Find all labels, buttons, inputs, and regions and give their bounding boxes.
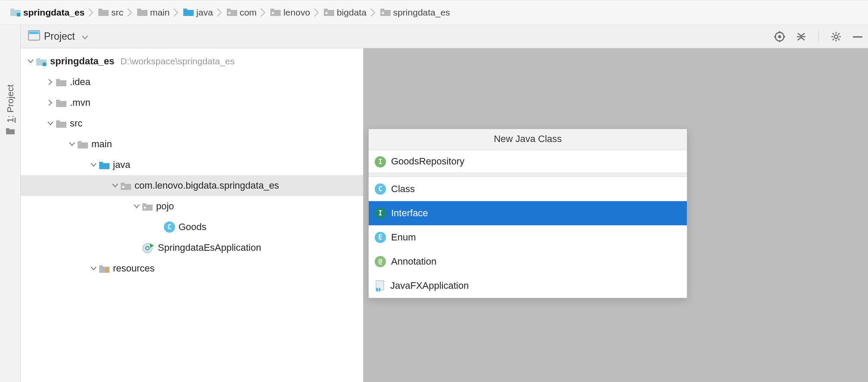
folder-icon bbox=[56, 98, 66, 107]
chevron-down-icon[interactable] bbox=[25, 59, 36, 63]
chevron-down-icon[interactable] bbox=[45, 121, 56, 126]
tree-hint: D:\workspace\springdata_es bbox=[120, 56, 235, 66]
source-folder-icon bbox=[99, 161, 110, 169]
popup-item-label: Annotation bbox=[391, 256, 436, 267]
view-selector[interactable]: Project bbox=[28, 31, 88, 43]
chevron-right-icon bbox=[173, 8, 179, 17]
locate-icon[interactable] bbox=[774, 31, 786, 43]
package-icon bbox=[270, 7, 281, 18]
package-icon bbox=[227, 7, 237, 18]
breadcrumb: springdata_es src main java com lenovo b… bbox=[0, 0, 868, 25]
svg-rect-2 bbox=[17, 13, 20, 16]
popup-item-class[interactable]: C Class bbox=[369, 177, 687, 201]
package-icon bbox=[324, 7, 334, 18]
breadcrumb-item-lenovo[interactable]: lenovo bbox=[270, 0, 310, 25]
svg-point-60 bbox=[144, 207, 146, 209]
svg-rect-8 bbox=[183, 10, 194, 16]
chevron-down-icon[interactable] bbox=[66, 142, 78, 146]
chevron-down-icon[interactable] bbox=[110, 183, 121, 188]
breadcrumb-item-java[interactable]: java bbox=[183, 0, 213, 25]
package-icon bbox=[380, 7, 391, 18]
chevron-down-icon[interactable] bbox=[131, 204, 142, 208]
breadcrumb-item-root[interactable]: springdata_es bbox=[10, 0, 85, 25]
svg-point-20 bbox=[382, 12, 384, 14]
collapse-all-icon[interactable] bbox=[795, 31, 807, 43]
tree-label: com.lenovo.bigdata.springdata_es bbox=[135, 180, 279, 191]
gear-icon[interactable] bbox=[830, 31, 842, 43]
interface-icon: I bbox=[375, 156, 386, 167]
class-name-input[interactable] bbox=[391, 156, 681, 167]
breadcrumb-item-package[interactable]: springdata_es bbox=[380, 0, 450, 25]
svg-rect-52 bbox=[78, 142, 88, 148]
divider bbox=[369, 173, 687, 177]
breadcrumb-item-main[interactable]: main bbox=[137, 0, 169, 25]
chevron-down-icon bbox=[82, 31, 88, 42]
chevron-right-icon bbox=[370, 8, 376, 17]
class-icon: C bbox=[375, 183, 386, 195]
svg-rect-50 bbox=[56, 122, 66, 128]
folder-icon bbox=[56, 119, 66, 128]
breadcrumb-label: com bbox=[240, 7, 257, 18]
chevron-right-icon bbox=[127, 8, 133, 17]
annotation-icon: @ bbox=[375, 256, 386, 267]
breadcrumb-item-com[interactable]: com bbox=[227, 0, 257, 25]
folder-icon bbox=[6, 126, 15, 136]
tree-label: main bbox=[91, 139, 112, 150]
chevron-right-icon bbox=[313, 8, 320, 17]
hide-icon[interactable] bbox=[852, 31, 864, 43]
breadcrumb-label: bigdata bbox=[337, 7, 367, 18]
divider bbox=[818, 31, 819, 43]
svg-point-32 bbox=[834, 35, 838, 38]
chevron-down-icon[interactable] bbox=[88, 163, 99, 167]
svg-rect-44 bbox=[43, 63, 46, 66]
svg-rect-6 bbox=[137, 10, 147, 16]
view-label: Project bbox=[44, 31, 75, 42]
enum-icon: E bbox=[375, 232, 386, 243]
svg-line-40 bbox=[838, 33, 840, 35]
popup-item-javafx[interactable]: J JavaFXApplication bbox=[369, 274, 687, 298]
breadcrumb-item-src[interactable]: src bbox=[98, 0, 123, 25]
popup-item-annotation[interactable]: @ Annotation bbox=[369, 249, 687, 274]
popup-item-label: Enum bbox=[391, 232, 416, 243]
chevron-right-icon bbox=[260, 8, 266, 17]
breadcrumb-item-bigdata[interactable]: bigdata bbox=[324, 0, 367, 25]
popup-title: New Java Class bbox=[369, 129, 687, 150]
tree-label: Goods bbox=[179, 221, 207, 233]
popup-item-label: JavaFXApplication bbox=[390, 280, 469, 291]
breadcrumb-label: main bbox=[150, 7, 170, 18]
svg-point-14 bbox=[272, 12, 274, 14]
svg-rect-22 bbox=[6, 129, 15, 135]
main-area: 1: Project Project bbox=[0, 25, 868, 382]
tool-window-header: Project bbox=[21, 25, 868, 48]
interface-icon: I bbox=[375, 208, 386, 219]
svg-rect-54 bbox=[99, 163, 110, 169]
chevron-right-icon[interactable] bbox=[45, 100, 56, 106]
chevron-right-icon bbox=[216, 8, 222, 17]
popup-item-label: Interface bbox=[391, 208, 428, 219]
tree-label: java bbox=[113, 159, 130, 170]
project-tool-tab[interactable]: 1: Project bbox=[5, 85, 16, 136]
folder-icon bbox=[98, 7, 109, 18]
chevron-right-icon[interactable] bbox=[45, 79, 56, 85]
breadcrumb-label: springdata_es bbox=[393, 7, 450, 18]
tool-window-stripe-left: 1: Project bbox=[0, 25, 21, 382]
breadcrumb-label: src bbox=[111, 7, 123, 18]
popup-item-interface[interactable]: I Interface bbox=[369, 201, 687, 225]
tree-label: src bbox=[70, 118, 82, 129]
folder-icon bbox=[137, 7, 147, 18]
svg-rect-24 bbox=[29, 32, 39, 34]
chevron-down-icon[interactable] bbox=[88, 266, 99, 271]
svg-rect-41 bbox=[853, 36, 862, 38]
new-java-class-popup: New Java Class I C Class I Interface E E… bbox=[368, 129, 687, 298]
project-tool-window: Project bbox=[21, 25, 868, 382]
svg-rect-64 bbox=[106, 268, 107, 273]
svg-point-17 bbox=[326, 12, 328, 14]
package-icon bbox=[142, 202, 153, 211]
resources-folder-icon bbox=[99, 264, 110, 273]
popup-item-enum[interactable]: E Enum bbox=[369, 225, 687, 249]
svg-line-38 bbox=[838, 39, 840, 40]
breadcrumb-label: java bbox=[196, 7, 213, 18]
tree-label: springdata_es bbox=[50, 56, 114, 67]
tool-window-actions bbox=[774, 31, 864, 43]
tree-label: SpringdataEsApplication bbox=[158, 242, 261, 253]
